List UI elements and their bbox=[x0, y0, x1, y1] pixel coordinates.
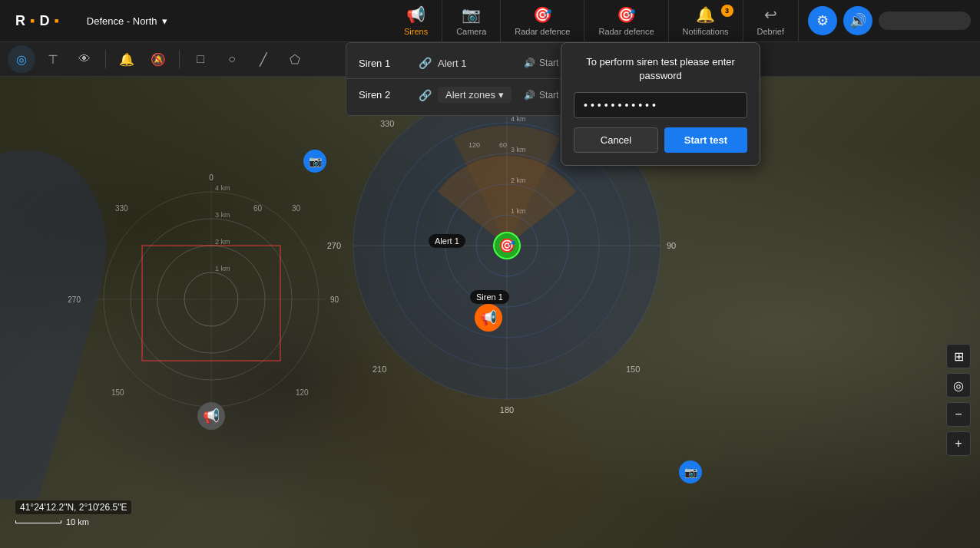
scale-label: 10 km bbox=[66, 517, 89, 527]
speaker-icon-1: 🔊 bbox=[524, 58, 535, 68]
nav-camera[interactable]: 📷 Camera bbox=[442, 0, 501, 41]
alert1-label: Alert 1 bbox=[429, 234, 465, 248]
location-selector[interactable]: Defence - North ▾ bbox=[78, 11, 177, 31]
dropdown-row-siren1: Siren 1 🔗 Alert 1 🔊 Start test bbox=[346, 49, 594, 77]
nav-radar1[interactable]: 🎯 Radar defence bbox=[501, 0, 584, 41]
compass-button[interactable]: ◎ bbox=[946, 373, 971, 398]
alert-zones-text: Alert zones bbox=[445, 89, 495, 101]
tool-bell[interactable]: 🔔 bbox=[113, 45, 141, 73]
radar1-icon: 🎯 bbox=[533, 5, 552, 24]
link-icon-1: 🔗 bbox=[419, 57, 432, 69]
logo-dot1: ▪ bbox=[30, 13, 38, 29]
siren2-name: Siren 2 bbox=[359, 89, 412, 101]
logo-text: R bbox=[15, 13, 28, 29]
chevron-down-icon: ▾ bbox=[498, 89, 504, 101]
nav-right: ⚙ 🔊 bbox=[799, 6, 980, 35]
nav-sirens[interactable]: 📢 Sirens bbox=[390, 0, 442, 41]
debrief-icon: ↩ bbox=[764, 5, 777, 24]
link-icon-2: 🔗 bbox=[419, 89, 432, 101]
dropdown-menu: Siren 1 🔗 Alert 1 🔊 Start test Siren 2 🔗… bbox=[346, 42, 595, 116]
logo-text2: D bbox=[39, 13, 52, 29]
speaker-icon-2: 🔊 bbox=[524, 90, 535, 101]
sirens-icon: 📢 bbox=[406, 5, 425, 24]
password-dialog: To perform siren test please enter passw… bbox=[561, 42, 760, 166]
alert1-dropdown-label: Alert 1 bbox=[438, 58, 512, 69]
tool-bell-off[interactable]: 🔕 bbox=[144, 45, 172, 73]
tool-eye[interactable]: 👁 bbox=[71, 45, 98, 73]
camera-icon: 📷 bbox=[462, 5, 481, 24]
siren1-name: Siren 1 bbox=[359, 58, 412, 69]
cancel-button[interactable]: Cancel bbox=[574, 127, 658, 153]
target-icon: ◎ bbox=[16, 52, 27, 67]
notifications-badge: 3 bbox=[721, 5, 733, 17]
dropdown-divider bbox=[346, 78, 594, 79]
filter-icon: ⊤ bbox=[48, 52, 58, 67]
dialog-buttons: Cancel Start test bbox=[574, 127, 747, 153]
eye-icon: 👁 bbox=[78, 52, 91, 66]
tool-line[interactable]: ╱ bbox=[250, 45, 277, 73]
sound-icon: 🔊 bbox=[849, 12, 866, 29]
nav-debrief[interactable]: ↩ Debrief bbox=[743, 0, 799, 41]
toolbar-divider2 bbox=[179, 50, 180, 68]
nav-tools: 📢 Sirens 📷 Camera 🎯 Radar defence 🎯 Rada… bbox=[390, 0, 799, 41]
dropdown-row-siren2: Siren 2 🔗 Alert zones ▾ 🔊 Start test bbox=[346, 81, 594, 109]
logo-dot2: ▪ bbox=[54, 13, 61, 29]
zoom-out-button[interactable]: − bbox=[946, 402, 971, 427]
radar2-label: Radar defence bbox=[598, 27, 654, 36]
logo: R ▪ D ▪ bbox=[0, 13, 78, 29]
radar1-label: Radar defence bbox=[515, 27, 570, 36]
sirens-label: Sirens bbox=[404, 27, 428, 36]
toolbar-divider1 bbox=[105, 50, 106, 68]
radar-center-marker: 🎯 bbox=[493, 232, 521, 259]
zoom-in-button[interactable]: + bbox=[946, 431, 971, 456]
polygon-icon: ⬠ bbox=[290, 52, 300, 67]
dialog-title: To perform siren test please enter passw… bbox=[574, 55, 747, 83]
scale-line bbox=[15, 520, 61, 523]
navbar: R ▪ D ▪ Defence - North ▾ 📢 Sirens 📷 Cam… bbox=[0, 0, 980, 42]
tool-circle[interactable]: ○ bbox=[218, 45, 246, 73]
radar2-icon: 🎯 bbox=[617, 5, 636, 24]
siren1-label: Siren 1 bbox=[470, 290, 509, 304]
siren1-marker[interactable]: 📢 bbox=[475, 304, 502, 332]
start-test-button[interactable]: Start test bbox=[664, 127, 747, 153]
layers-button[interactable]: ⊞ bbox=[946, 344, 971, 368]
camera-marker-2[interactable]: 📷 bbox=[679, 461, 702, 484]
circle-draw-icon: ○ bbox=[228, 52, 236, 66]
bell-off-icon: 🔕 bbox=[151, 52, 166, 67]
settings-icon: ⚙ bbox=[816, 12, 829, 29]
line-icon: ╱ bbox=[260, 52, 267, 67]
location-text: Defence - North bbox=[87, 15, 157, 27]
settings-button[interactable]: ⚙ bbox=[808, 6, 837, 35]
alert-zones-dropdown[interactable]: Alert zones ▾ bbox=[438, 87, 512, 103]
notifications-icon: 🔔 bbox=[696, 5, 715, 24]
tool-target[interactable]: ◎ bbox=[8, 45, 35, 73]
tool-square[interactable]: □ bbox=[187, 45, 214, 73]
coordinates: 41°24'12.2"N, 2°10'26.5"E bbox=[15, 500, 131, 514]
user-bar bbox=[879, 12, 971, 30]
tool-filter[interactable]: ⊤ bbox=[39, 45, 67, 73]
tool-polygon[interactable]: ⬠ bbox=[281, 45, 309, 73]
password-input[interactable] bbox=[574, 92, 747, 118]
square-icon: □ bbox=[197, 52, 204, 66]
nav-radar2[interactable]: 🎯 Radar defence bbox=[584, 0, 668, 41]
camera-marker-1[interactable]: 📷 bbox=[303, 150, 326, 173]
map-controls: ⊞ ◎ − + bbox=[946, 344, 971, 456]
camera-label: Camera bbox=[456, 27, 486, 36]
alert-zones-btn[interactable]: Alert zones ▾ bbox=[438, 87, 512, 103]
siren2-marker[interactable]: 📢 bbox=[197, 402, 225, 430]
nav-notifications[interactable]: 🔔 3 Notifications bbox=[669, 0, 743, 41]
scale-bar: 41°24'12.2"N, 2°10'26.5"E 10 km bbox=[15, 500, 131, 527]
sound-button[interactable]: 🔊 bbox=[843, 6, 872, 35]
bell-icon: 🔔 bbox=[119, 52, 134, 67]
location-chevron: ▾ bbox=[162, 15, 167, 27]
debrief-label: Debrief bbox=[757, 27, 784, 36]
notifications-label: Notifications bbox=[683, 27, 729, 36]
